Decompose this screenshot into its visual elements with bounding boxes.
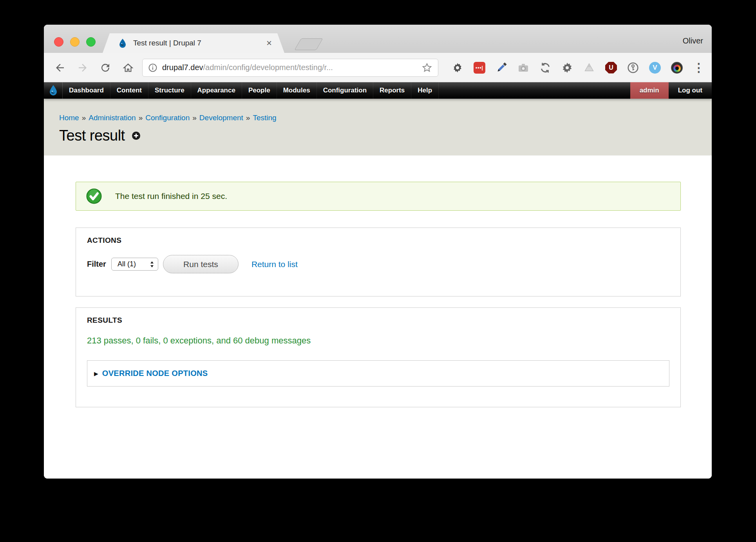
toolbar-item-content[interactable]: Content	[110, 82, 148, 99]
zoom-window-button[interactable]	[86, 37, 96, 47]
browser-tab[interactable]: Test result | Drupal 7 ×	[103, 33, 284, 53]
bookmark-star-icon[interactable]	[421, 62, 432, 73]
tab-title: Test result | Drupal 7	[133, 39, 201, 47]
nav-button-group	[54, 61, 134, 74]
tab-close-icon[interactable]: ×	[266, 38, 272, 48]
camera-lens-icon[interactable]	[671, 62, 683, 74]
filter-select[interactable]: All (1)	[111, 258, 158, 271]
close-window-button[interactable]	[54, 37, 63, 47]
toolbar-item-modules[interactable]: Modules	[277, 82, 317, 99]
breadcrumb-administration[interactable]: Administration	[89, 114, 136, 122]
lens-core	[675, 67, 679, 70]
forward-button[interactable]	[76, 61, 89, 74]
breadcrumb-development[interactable]: Development	[199, 114, 243, 122]
override-node-options-label[interactable]: OVERRIDE NODE OPTIONS	[102, 369, 208, 378]
drive-triangle-icon[interactable]	[583, 62, 595, 74]
filter-select-value: All (1)	[118, 260, 150, 268]
actions-row: Filter All (1) Run tests Return to list	[87, 255, 669, 273]
run-tests-button[interactable]: Run tests	[163, 255, 239, 273]
toolbar-item-configuration[interactable]: Configuration	[317, 82, 373, 99]
breadcrumb-separator: »	[82, 114, 86, 122]
breadcrumb-separator: »	[139, 114, 143, 122]
lens-ring	[673, 65, 681, 72]
lastpass-icon[interactable]: •••|	[474, 62, 485, 74]
screenshot-camera-icon[interactable]	[517, 62, 529, 74]
status-message: The test run finished in 25 sec.	[76, 182, 681, 211]
toolbar-item-reports[interactable]: Reports	[373, 82, 411, 99]
drupal-logo[interactable]	[44, 82, 63, 99]
eyedropper-icon[interactable]	[496, 62, 507, 74]
breadcrumb: Home»Administration»Configuration»Develo…	[59, 114, 712, 122]
title-row: Test result	[59, 127, 712, 144]
breadcrumb-separator: »	[246, 114, 250, 122]
breadcrumb-separator: »	[192, 114, 197, 122]
browser-profile-name[interactable]: Oliver	[683, 36, 703, 45]
page-info-icon[interactable]	[148, 63, 157, 72]
v-circle-icon[interactable]: V	[649, 62, 661, 74]
key-circle-icon[interactable]	[627, 62, 639, 74]
minimize-window-button[interactable]	[70, 37, 80, 47]
results-legend: RESULTS	[87, 316, 669, 325]
url-bar[interactable]: drupal7.dev/admin/config/development/tes…	[142, 59, 438, 77]
reload-button[interactable]	[99, 61, 112, 74]
page-header: Home»Administration»Configuration»Develo…	[44, 99, 712, 155]
browser-navbar: drupal7.dev/admin/config/development/tes…	[44, 53, 712, 82]
url-path: /admin/config/development/testing/r...	[203, 63, 333, 72]
toolbar-item-people[interactable]: People	[242, 82, 277, 99]
spiky-gear-icon[interactable]	[561, 62, 573, 74]
results-fieldset: RESULTS 213 passes, 0 fails, 0 exception…	[76, 307, 681, 407]
extension-row: •••| U	[452, 62, 705, 74]
filter-label: Filter	[87, 260, 106, 269]
toolbar-item-structure[interactable]: Structure	[148, 82, 191, 99]
return-to-list-link[interactable]: Return to list	[251, 260, 298, 269]
url-domain: drupal7.dev	[162, 63, 203, 72]
settings-gear-icon[interactable]	[452, 62, 463, 74]
toolbar-item-help[interactable]: Help	[411, 82, 439, 99]
drupal-favicon-icon	[118, 38, 128, 48]
actions-legend: ACTIONS	[87, 236, 669, 245]
traffic-lights	[54, 37, 96, 47]
browser-titlebar: Test result | Drupal 7 × Oliver	[44, 25, 712, 53]
results-summary: 213 passes, 0 fails, 0 exceptions, and 6…	[87, 336, 669, 346]
browser-window: Test result | Drupal 7 × Oliver	[44, 25, 712, 479]
add-shortcut-icon[interactable]	[132, 131, 141, 140]
ublock-origin-icon[interactable]: U	[605, 62, 617, 74]
page-content: The test run finished in 25 sec. ACTIONS…	[44, 155, 712, 479]
sync-refresh-icon[interactable]	[539, 62, 551, 74]
status-message-text: The test run finished in 25 sec.	[115, 192, 227, 201]
select-arrows-icon	[150, 260, 154, 268]
actions-fieldset: ACTIONS Filter All (1) Run tests Return …	[76, 228, 681, 296]
breadcrumb-testing[interactable]: Testing	[253, 114, 276, 122]
home-button[interactable]	[122, 61, 134, 74]
toolbar-spacer	[439, 82, 630, 99]
override-node-options-fieldset[interactable]: ▶ OVERRIDE NODE OPTIONS	[87, 360, 669, 387]
toolbar-logout[interactable]: Log out	[669, 82, 712, 99]
toolbar-item-appearance[interactable]: Appearance	[191, 82, 242, 99]
toolbar-item-dashboard[interactable]: Dashboard	[63, 82, 110, 99]
breadcrumb-home[interactable]: Home	[59, 114, 79, 122]
success-check-icon	[86, 188, 102, 204]
collapse-arrow-icon: ▶	[94, 370, 98, 377]
new-tab-button[interactable]	[294, 38, 323, 50]
menu-dots-glyph: ⋮	[693, 62, 705, 74]
toolbar-user-admin[interactable]: admin	[630, 82, 669, 99]
page-title: Test result	[59, 127, 125, 144]
url-text[interactable]: drupal7.dev/admin/config/development/tes…	[162, 63, 421, 72]
breadcrumb-configuration[interactable]: Configuration	[145, 114, 190, 122]
back-button[interactable]	[54, 61, 66, 74]
browser-menu-icon[interactable]: ⋮	[693, 62, 705, 74]
drupal-admin-toolbar: Dashboard Content Structure Appearance P…	[44, 82, 712, 99]
